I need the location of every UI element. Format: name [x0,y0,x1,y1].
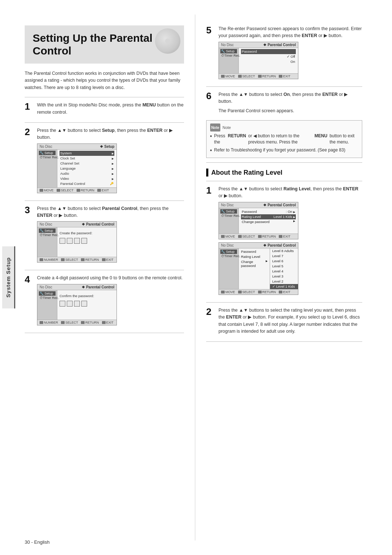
screen2-footer-move: MOVE [40,189,54,192]
screen5-footer-return: RETURN [258,74,276,78]
screen3-right: ❖ Parental Control [82,222,114,226]
screen-r1-changepwd: Change password▶ [241,219,296,224]
screen5-footer-move: MOVE [221,74,235,78]
screen-r1-password: Password: On ▶ [241,209,296,214]
screen4-sidebar-setup: 🔧 Setup [39,291,56,296]
rating-step-1-text: Press the ▲▼ buttons to select Rating Le… [219,186,362,200]
screen3-footer-number: NUMBER [40,258,58,262]
footer-text: 30 - English [25,539,50,545]
screen2-channelset: Channel Set [60,161,114,166]
rating-level-7: Level 7 [270,254,298,259]
screen-r1-footer-select: SELECT [238,235,255,238]
screen2-right: ❖ Setup [100,145,114,149]
screen5-left: No Disc [221,43,234,47]
step-3-text: Press the ▲▼ buttons to select Parental … [37,205,184,219]
screen5-right: ❖ Parental Control [263,43,296,47]
step-4-number: 4 [25,275,33,328]
screen-r1-sidebar-timer: ⏱Timer Rec. [220,214,237,218]
sidebar-label: System Setup [2,246,15,308]
screen5-sidebar-setup: 🔧 Setup [220,49,237,53]
screen4-footer-select: SELECT [61,321,78,324]
screen-rl-footer-move: MOVE [221,290,235,294]
cpwd-box-1 [60,301,65,307]
pwd-box-3 [74,238,80,244]
step-1-text: With the unit in Stop mode/No Disc mode,… [37,102,184,116]
divider-2 [25,122,184,123]
screen4-right: ❖ Parental Control [82,285,114,289]
screen2-sidebar-setup: 🔧 Setup [39,151,56,155]
pwd-box-4 [81,238,87,244]
disc-decoration [155,28,180,54]
screen5-on-row: On [241,59,296,64]
pwd-box-1 [60,238,65,244]
screen-rl-left: No Disc [221,243,234,247]
rating-step-1-number: 1 [206,186,215,298]
screen4-footer-number: NUMBER [40,321,58,324]
screen2-audio: Audio [60,171,114,176]
screen-rl-changepwd: Change password▶ [240,259,268,268]
screen4-footer-exit: EXIT [102,321,114,324]
sidebar: System Setup [0,15,17,540]
rating-level-3: Level 3 [270,274,298,279]
screen2-language: Language [60,166,114,171]
cpwd-box-3 [74,301,80,307]
step-5-text: The Re-enter Password screen appears to … [219,25,362,40]
screen3-footer-exit: EXIT [102,258,114,262]
rating-level-4: Level 4 [270,269,298,274]
cpwd-box-2 [67,301,73,307]
screen5-footer-select: SELECT [238,74,255,78]
step-2-number: 2 [25,127,33,196]
screen-reenter: No Disc ❖ Parental Control 🔧 Setup ⏱Time… [219,42,298,79]
screen-rl-rating: Rating Level [240,254,268,259]
rating-level-1: ✓ Level 1 Kids [270,284,298,289]
screen-parental-create: No Disc ❖ Parental Control 🔧 Setup ⏱Time… [37,221,117,263]
step-2-text: Press the ▲▼ buttons to select Setup, th… [37,127,184,141]
screen-rl-password: Password [240,249,268,254]
screen5-password-row: Password [241,49,296,54]
screen2-system: System [60,151,114,156]
note-block: Note Note Press the RETURN or ◀ button t… [206,120,362,158]
screen-r1-footer-return: RETURN [258,235,276,238]
screen2-clockset: Clock Set [60,156,114,161]
screen2-left: No Disc [40,145,52,149]
confirm-password-label: Confirm the password: [60,294,114,298]
screen-rl-footer-select: SELECT [238,290,255,294]
screen-setup: No Disc ❖ Setup 🔧 Setup ⏱Timer Rec. Syst… [37,143,117,193]
step-5-number: 5 [206,25,215,82]
screen2-footer-exit: EXIT [97,189,109,192]
screen-rating-list: No Disc ❖ Parental Control 🔧 Setup ⏱Time… [219,242,298,295]
svg-text:Note: Note [211,126,219,130]
divider-1 [25,97,184,97]
screen2-footer-select: SELECT [57,189,74,192]
section-title: About the Rating Level [211,169,282,177]
screen4-sidebar-timer: ⏱Timer Rec. [39,296,56,300]
divider-4 [25,270,184,270]
screen4-left: No Disc [40,285,52,289]
rating-step-2-text: Press the ▲▼ buttons to select the ratin… [219,307,362,335]
screen2-footer-return: RETURN [77,189,95,192]
screen5-off-row: ✓ Off [241,54,296,59]
page-footer: 30 - English [25,539,50,545]
screen2-sidebar-timer: ⏱Timer Rec. [39,155,56,159]
screen-parental-confirm: No Disc ❖ Parental Control 🔧 Setup ⏱Time… [37,284,117,325]
step-6-number: 6 [206,91,215,117]
step-5: 5 The Re-enter Password screen appears t… [206,25,362,82]
rating-level-2: Level 2 [270,279,298,284]
screen-rl-sidebar-timer: ⏱Timer Rec. [220,254,237,258]
step-1: 1 With the unit in Stop mode/No Disc mod… [25,102,184,118]
step-4-text: Create a 4-digit password using the 0 to… [37,275,184,281]
pwd-box-2 [67,238,73,244]
screen-rl-sidebar-setup: 🔧 Setup [220,250,237,254]
screen-rl-footer-exit: EXIT [279,290,290,294]
rating-level-8: Level 8 Adults [270,248,298,254]
note-item-2: Refer to Troubleshooting if you forget y… [210,147,358,153]
section-bar [206,169,208,177]
step-3-number: 3 [25,205,33,266]
screen3-footer-select: SELECT [61,258,78,262]
screen4-footer-return: RETURN [81,321,99,324]
step-6-text: Press the ▲▼ buttons to select On, then … [219,91,362,105]
create-password-label: Create the password: [60,231,114,235]
divider-r3 [206,181,362,181]
screen3-left: No Disc [40,222,52,226]
divider-r2 [206,162,362,163]
